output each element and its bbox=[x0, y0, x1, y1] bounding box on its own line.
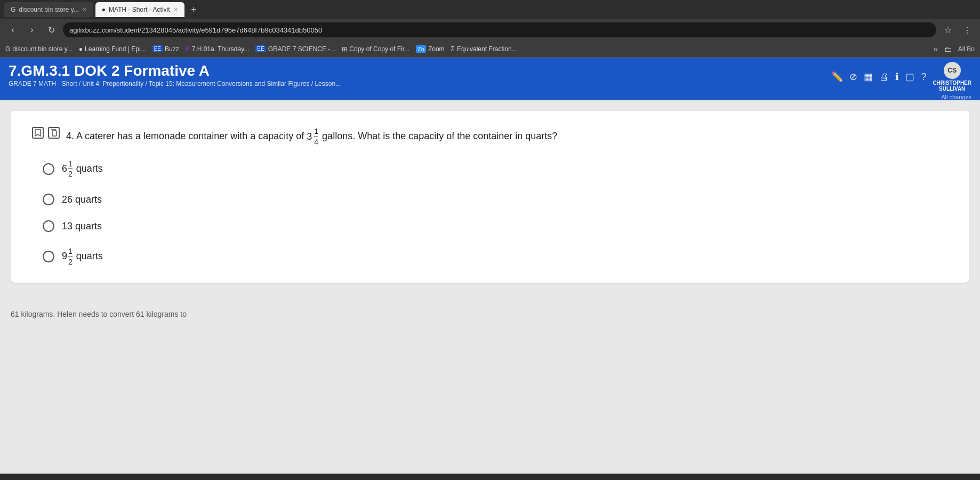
ee-science-icon: EE bbox=[255, 45, 266, 52]
reload-button[interactable]: ↻ bbox=[44, 22, 59, 37]
bookmark-zoom[interactable]: Zo Zoom bbox=[416, 45, 445, 53]
sigma-icon: Σ bbox=[451, 45, 455, 53]
question-body-after: gallons. What is the capacity of the con… bbox=[322, 131, 557, 141]
help-icon[interactable]: ? bbox=[921, 71, 926, 83]
option-c-label: 13 quarts bbox=[62, 221, 102, 232]
bookmark-learning-fund[interactable]: ● Learning Fund | Epi... bbox=[79, 45, 146, 53]
header-left: 7.GM.3.1 DOK 2 Formative A GRADE 7 MATH … bbox=[9, 62, 341, 87]
ee-buzz-icon: EE bbox=[152, 45, 163, 52]
all-changes-label: All changes bbox=[941, 94, 971, 100]
page-title: 7.GM.3.1 DOK 2 Formative A bbox=[9, 62, 341, 80]
mixed-number: 314 bbox=[307, 127, 319, 147]
thursday-icon: P bbox=[186, 45, 190, 53]
tab-discount-bin[interactable]: G discount bin store y... ✕ bbox=[4, 2, 93, 17]
more-button[interactable]: ⋮ bbox=[960, 22, 975, 37]
radio-c[interactable] bbox=[43, 220, 54, 232]
bottom-hint-text: 61 kilograms. Helen needs to convert 61 … bbox=[11, 310, 187, 318]
copy-icon[interactable] bbox=[48, 127, 60, 139]
google-icon: G bbox=[5, 45, 10, 53]
zoom-icon: Zo bbox=[416, 45, 426, 53]
bookmark-copy-fir[interactable]: ⊞ Copy of Copy of Fir... bbox=[342, 45, 409, 53]
new-tab-button[interactable]: + bbox=[187, 2, 202, 17]
option-c[interactable]: 13 quarts bbox=[43, 220, 948, 232]
question-card: 4. A caterer has a lemonade container wi… bbox=[11, 111, 969, 283]
info-icon[interactable]: ℹ bbox=[895, 71, 899, 83]
all-bookmarks-label: All Bo bbox=[958, 45, 975, 53]
tab-favicon-active: ● bbox=[102, 6, 106, 13]
printer-icon[interactable]: 🖨 bbox=[879, 71, 889, 83]
user-name-line1: CHRISTOPHER bbox=[933, 80, 971, 86]
option-b[interactable]: 26 quarts bbox=[43, 194, 948, 205]
question-text: 4. A caterer has a lemonade container wi… bbox=[66, 127, 948, 147]
bookmarks-more-icon[interactable]: » bbox=[934, 45, 938, 53]
fraction-d: 12 bbox=[68, 247, 73, 267]
question-header: 4. A caterer has a lemonade container wi… bbox=[32, 127, 948, 147]
svg-rect-0 bbox=[52, 131, 57, 136]
bottom-hint: 61 kilograms. Helen needs to convert 61 … bbox=[11, 299, 969, 318]
bookmark-discount-bin[interactable]: G discount bin store y... bbox=[5, 45, 73, 53]
question-number: 4. bbox=[66, 131, 76, 141]
back-button[interactable]: ‹ bbox=[5, 22, 20, 37]
all-bookmarks-icon[interactable]: 🗀 bbox=[944, 45, 952, 53]
radio-d[interactable] bbox=[43, 251, 54, 262]
option-a-label: 612 quarts bbox=[62, 159, 103, 179]
tab-close-icon[interactable]: ✕ bbox=[82, 6, 87, 13]
app-header: 7.GM.3.1 DOK 2 Formative A GRADE 7 MATH … bbox=[0, 58, 980, 100]
copy-fir-icon: ⊞ bbox=[342, 45, 347, 53]
avatar: CS bbox=[944, 62, 961, 79]
option-d[interactable]: 912 quarts bbox=[43, 247, 948, 267]
no-entry-icon[interactable]: ⊘ bbox=[849, 71, 857, 83]
page-subtitle: GRADE 7 MATH - Short / Unit 4: Proportio… bbox=[9, 80, 341, 87]
bookmark-icon[interactable] bbox=[32, 127, 44, 139]
radio-b[interactable] bbox=[43, 194, 54, 205]
bookmark-thursday[interactable]: P 7.H.01a. Thursday... bbox=[186, 45, 250, 53]
option-a[interactable]: 612 quarts bbox=[43, 159, 948, 179]
browser-chrome: G discount bin store y... ✕ ● MATH - Sho… bbox=[0, 0, 980, 58]
square-icon[interactable]: ▢ bbox=[905, 71, 914, 83]
tab-bar: G discount bin store y... ✕ ● MATH - Sho… bbox=[0, 0, 980, 19]
content-area: 4. A caterer has a lemonade container wi… bbox=[0, 100, 980, 474]
radio-a[interactable] bbox=[43, 163, 54, 175]
header-icons: ✏️ ⊘ ▦ 🖨 ℹ ▢ ? CS CHRISTOPHER SULLIVAN bbox=[831, 62, 971, 92]
bookmark-equiv-fraction[interactable]: Σ Equivalent Fraction... bbox=[451, 45, 517, 53]
bookmark-grade7-science[interactable]: EE GRADE 7 SCIENCE -... bbox=[255, 45, 335, 53]
pencil-icon[interactable]: ✏️ bbox=[831, 71, 843, 83]
tab-favicon: G bbox=[11, 6, 15, 13]
bookmark-buzz[interactable]: EE Buzz bbox=[152, 45, 179, 53]
fraction-a: 12 bbox=[68, 159, 73, 179]
option-b-label: 26 quarts bbox=[62, 194, 102, 205]
grid-icon[interactable]: ▦ bbox=[864, 71, 873, 83]
question-body: A caterer has a lemonade container with … bbox=[76, 131, 307, 141]
learning-fund-icon: ● bbox=[79, 45, 83, 53]
tab-math-active[interactable]: ● MATH - Short - Activit ✕ bbox=[95, 2, 184, 17]
address-bar[interactable]: agilixbuzz.com/student/213428045/activit… bbox=[63, 22, 936, 37]
star-button[interactable]: ☆ bbox=[941, 22, 955, 37]
fraction-three-fourths: 14 bbox=[314, 127, 318, 147]
forward-button[interactable]: › bbox=[25, 22, 39, 37]
user-name-line2: SULLIVAN bbox=[939, 86, 965, 92]
address-bar-row: ‹ › ↻ agilixbuzz.com/student/213428045/a… bbox=[0, 19, 980, 41]
question-icons bbox=[32, 127, 60, 139]
bookmarks-bar: G discount bin store y... ● Learning Fun… bbox=[0, 41, 980, 58]
option-d-label: 912 quarts bbox=[62, 247, 103, 267]
answer-options: 612 quarts 26 quarts 13 quarts 912 quart… bbox=[43, 159, 948, 267]
tab-close-active-icon[interactable]: ✕ bbox=[173, 6, 178, 13]
